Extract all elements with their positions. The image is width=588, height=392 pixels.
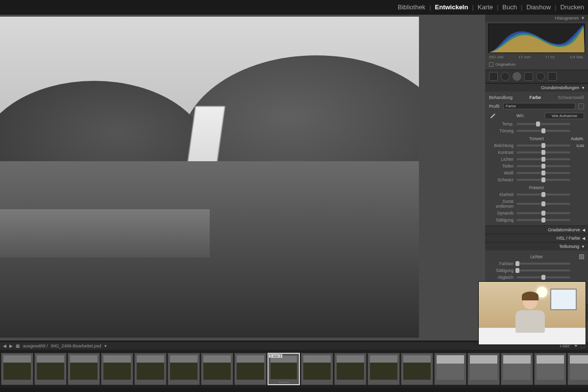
basic-panel-header[interactable]: Grundeinstellungen ▼ bbox=[485, 83, 588, 92]
filmstrip-thumb[interactable] bbox=[201, 353, 233, 385]
rating-dots: • • • • • bbox=[269, 380, 299, 384]
curve-panel-header[interactable]: Gradationskurve◀ bbox=[485, 225, 588, 234]
filmstrip-thumb[interactable] bbox=[401, 353, 433, 385]
checkbox-icon[interactable] bbox=[489, 62, 493, 67]
filmstrip[interactable]: 1 von 3• • • • • bbox=[0, 350, 588, 388]
histogram[interactable] bbox=[488, 24, 585, 53]
filmstrip-thumb[interactable] bbox=[567, 353, 588, 385]
module-tab-diashow[interactable]: Diashow bbox=[526, 3, 551, 11]
filmstrip-thumb[interactable] bbox=[301, 353, 333, 385]
grid-icon[interactable]: ▦ bbox=[16, 343, 20, 348]
module-tab-karte[interactable]: Karte bbox=[478, 3, 493, 11]
separator: | bbox=[497, 3, 498, 11]
thumb-badge: 1 von 3 bbox=[269, 354, 282, 358]
histogram-meta: ISO 100 17 mm f / 10 1/4 Sek. bbox=[485, 55, 588, 61]
redeye-tool-icon[interactable] bbox=[513, 72, 521, 81]
module-tab-entwickeln[interactable]: Entwickeln bbox=[435, 3, 468, 11]
brush-tool-icon[interactable] bbox=[548, 72, 557, 81]
tone-header: Tonwert bbox=[529, 136, 544, 141]
split-hl-hue-label: Farbton bbox=[489, 261, 516, 266]
filmstrip-thumb[interactable] bbox=[134, 353, 167, 385]
split-balance-slider[interactable] bbox=[516, 276, 570, 278]
module-tab-drucken[interactable]: Drucken bbox=[561, 3, 584, 11]
clarity-label: Klarheit bbox=[489, 192, 516, 197]
filmstrip-thumb[interactable] bbox=[34, 353, 67, 385]
separator: | bbox=[429, 3, 431, 11]
profile-select[interactable]: Farbe bbox=[503, 103, 575, 109]
whites-label: Weiß bbox=[489, 171, 516, 175]
chevron-left-icon: ◀ bbox=[582, 228, 585, 232]
meta-focal: 17 mm bbox=[518, 55, 530, 59]
chevron-down-icon: ▼ bbox=[581, 16, 585, 21]
wb-select[interactable]: Wie Aufnahme bbox=[545, 113, 584, 119]
contrast-slider[interactable] bbox=[516, 151, 570, 153]
auto-button[interactable]: Autom. bbox=[571, 136, 584, 141]
filmstrip-thumb[interactable] bbox=[168, 353, 200, 385]
webcam-overlay bbox=[478, 281, 586, 345]
spot-tool-icon[interactable] bbox=[501, 72, 510, 81]
treatment-bw[interactable]: Schwarzweiß bbox=[558, 95, 584, 100]
basic-header-label: Grundeinstellungen bbox=[541, 85, 579, 90]
temp-label: Temp. bbox=[489, 122, 516, 126]
filmstrip-thumb[interactable]: 1 von 3• • • • • bbox=[268, 353, 300, 385]
filmstrip-thumb[interactable] bbox=[467, 353, 500, 385]
dropdown-icon[interactable]: ▾ bbox=[104, 343, 107, 348]
saturation-slider[interactable] bbox=[516, 219, 570, 221]
original-label: Originalfoto bbox=[495, 62, 515, 67]
whites-slider[interactable] bbox=[516, 172, 570, 174]
gradient-tool-icon[interactable] bbox=[524, 72, 533, 81]
filename: IMG_2499-Bearbeitet.psd bbox=[51, 343, 101, 348]
chevron-down-icon: ▼ bbox=[581, 86, 585, 90]
module-tab-bibliothek[interactable]: Bibliothek bbox=[398, 3, 425, 11]
shadows-label: Tiefen bbox=[489, 164, 516, 169]
split-highlights-header: Lichter bbox=[530, 254, 543, 259]
filmstrip-thumb[interactable] bbox=[434, 353, 466, 385]
filmstrip-thumb[interactable] bbox=[1, 353, 33, 385]
color-swatch-icon[interactable] bbox=[579, 254, 584, 259]
shadows-slider[interactable] bbox=[516, 165, 570, 167]
original-photo-row[interactable]: Originalfoto bbox=[485, 61, 588, 70]
hsl-panel-header[interactable]: HSL / Farbe◀ bbox=[485, 234, 588, 242]
filmstrip-thumb[interactable] bbox=[68, 353, 100, 385]
split-hl-sat-slider[interactable] bbox=[516, 270, 570, 271]
clarity-slider[interactable] bbox=[516, 194, 570, 196]
filmstrip-thumb[interactable] bbox=[368, 353, 400, 385]
meta-shutter: 1/4 Sek. bbox=[570, 55, 584, 59]
filmstrip-thumb[interactable] bbox=[334, 353, 367, 385]
selected-label: ausgewählt / bbox=[23, 343, 48, 348]
split-balance-label: Abgleich bbox=[489, 275, 516, 280]
wb-label: WA: bbox=[516, 113, 525, 118]
exposure-value: 0,00 bbox=[570, 144, 584, 148]
profile-browse-icon[interactable] bbox=[578, 103, 584, 109]
exposure-slider[interactable] bbox=[516, 145, 570, 147]
treatment-label: Behandlung bbox=[489, 95, 513, 100]
separator: | bbox=[521, 3, 522, 11]
filmstrip-thumb[interactable] bbox=[101, 353, 133, 385]
crop-tool-icon[interactable] bbox=[489, 72, 498, 81]
module-tab-buch[interactable]: Buch bbox=[502, 3, 517, 11]
nav-back-icon[interactable]: ◀ bbox=[3, 343, 6, 348]
temp-slider[interactable] bbox=[516, 123, 570, 125]
split-panel-header[interactable]: Teiltonung▼ bbox=[485, 242, 588, 250]
filmstrip-thumb[interactable] bbox=[234, 353, 267, 385]
nav-fwd-icon[interactable]: ▶ bbox=[9, 343, 13, 348]
treatment-color[interactable]: Farbe bbox=[530, 95, 541, 100]
filmstrip-thumb[interactable] bbox=[534, 353, 566, 385]
main-photo[interactable] bbox=[0, 17, 419, 338]
vibrance-slider[interactable] bbox=[516, 212, 570, 214]
blacks-label: Schwarz bbox=[489, 177, 516, 182]
separator: | bbox=[555, 3, 556, 11]
highlights-slider[interactable] bbox=[516, 158, 570, 160]
dehaze-slider[interactable] bbox=[516, 203, 570, 205]
tint-slider[interactable] bbox=[516, 130, 570, 132]
wb-picker-icon[interactable] bbox=[489, 112, 496, 119]
filmstrip-thumb[interactable] bbox=[501, 353, 533, 385]
meta-aperture: f / 10 bbox=[546, 55, 555, 59]
histogram-header[interactable]: Histogramm ▼ bbox=[485, 15, 588, 22]
tint-label: Tönung bbox=[489, 128, 516, 133]
profile-label: Profil: bbox=[489, 104, 500, 109]
blacks-slider[interactable] bbox=[516, 179, 570, 181]
radial-tool-icon[interactable] bbox=[536, 72, 545, 81]
split-hl-hue-slider[interactable] bbox=[516, 263, 570, 265]
meta-iso: ISO 100 bbox=[489, 55, 503, 59]
